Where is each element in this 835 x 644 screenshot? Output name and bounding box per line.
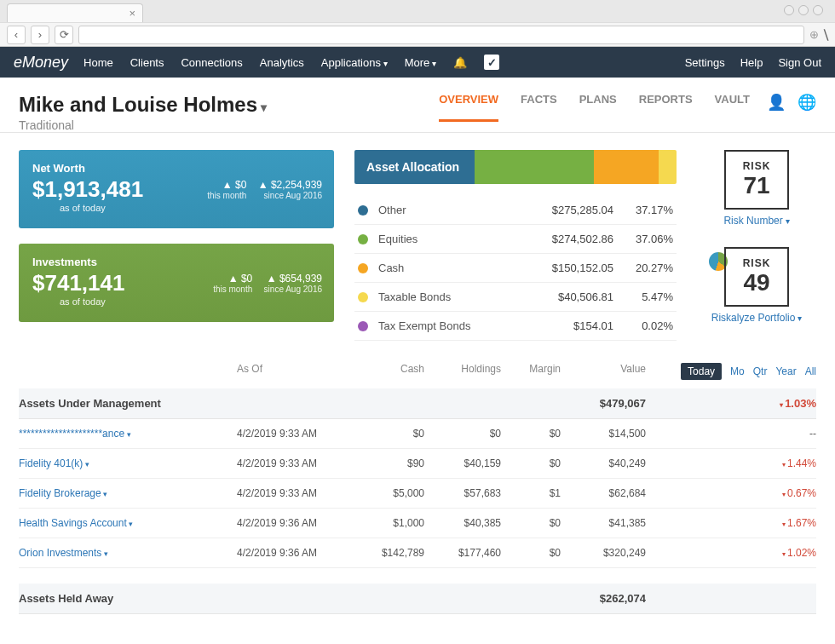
account-link[interactable]: Orion Investments bbox=[19, 547, 108, 559]
extension-icon[interactable]: ⧹ bbox=[824, 28, 828, 42]
nav-connections[interactable]: Connections bbox=[181, 56, 242, 69]
allocation-name: Equities bbox=[378, 233, 520, 245]
allocation-dot-icon bbox=[358, 321, 368, 331]
allocation-pct: 5.47% bbox=[613, 290, 673, 303]
investments-card[interactable]: Investments $741,141 as of today ▲ $0thi… bbox=[19, 244, 334, 322]
investments-delta-month: ▲ $0 bbox=[228, 273, 253, 285]
client-subtitle: Traditional bbox=[19, 118, 439, 132]
nav-applications[interactable]: Applications bbox=[321, 56, 388, 69]
forward-button[interactable]: › bbox=[31, 26, 49, 44]
checkbox-icon[interactable]: ✓ bbox=[484, 55, 499, 70]
allocation-name: Cash bbox=[378, 262, 520, 274]
col-margin: Margin bbox=[501, 363, 561, 383]
account-link[interactable]: Fidelity Brokerage bbox=[19, 487, 107, 499]
period-year[interactable]: Year bbox=[775, 365, 796, 377]
allocation-pct: 0.02% bbox=[613, 319, 673, 332]
allocation-bar: Asset Allocation bbox=[354, 150, 677, 184]
period-all[interactable]: All bbox=[805, 365, 816, 377]
allocation-row: Tax Exempt Bonds$154.010.02% bbox=[354, 312, 677, 341]
riskalyze-value: 49 bbox=[743, 269, 769, 296]
account-link[interactable]: *********************ance bbox=[19, 428, 131, 440]
client-name-dropdown[interactable]: Mike and Louise Holmes bbox=[19, 93, 439, 117]
risk-number-link[interactable]: Risk Number bbox=[723, 215, 789, 227]
allocation-dot-icon bbox=[358, 292, 368, 302]
risk-number-value: 71 bbox=[743, 172, 769, 199]
networth-card[interactable]: Net Worth $1,913,481 as of today ▲ $0thi… bbox=[19, 150, 334, 228]
nav-signout[interactable]: Sign Out bbox=[778, 56, 821, 69]
tab-overview[interactable]: OVERVIEW bbox=[439, 93, 498, 122]
networth-delta-since: ▲ $2,254,939 bbox=[258, 179, 322, 191]
networth-asof: as of today bbox=[60, 203, 320, 213]
close-tab-icon[interactable]: × bbox=[129, 7, 135, 20]
allocation-row: Equities$274,502.8637.06% bbox=[354, 225, 677, 254]
allocation-dot-icon bbox=[358, 263, 368, 273]
nav-settings[interactable]: Settings bbox=[685, 56, 725, 69]
allocation-value: $150,152.05 bbox=[520, 262, 613, 274]
reload-button[interactable]: ⟳ bbox=[55, 26, 73, 44]
allocation-value: $154.01 bbox=[520, 319, 613, 332]
nav-clients[interactable]: Clients bbox=[130, 56, 164, 69]
aum-label: Assets Under Management bbox=[19, 397, 237, 410]
browser-tab[interactable]: × bbox=[7, 3, 143, 22]
allocation-row: Cash$150,152.0520.27% bbox=[354, 254, 677, 283]
allocation-row: Other$275,285.0437.17% bbox=[354, 196, 677, 225]
risk-number-box[interactable]: RISK 71 bbox=[724, 150, 789, 210]
nav-home[interactable]: Home bbox=[84, 56, 113, 69]
allocation-value: $40,506.81 bbox=[520, 290, 613, 303]
nav-more[interactable]: More bbox=[405, 56, 436, 69]
account-link[interactable]: Fidelity 401(k) bbox=[19, 457, 89, 469]
globe-icon[interactable]: 🌐 bbox=[798, 93, 816, 112]
col-asof: As Of bbox=[237, 363, 356, 383]
tab-vault[interactable]: VAULT bbox=[715, 93, 750, 119]
period-qtr[interactable]: Qtr bbox=[753, 365, 768, 377]
away-label: Assets Held Away bbox=[19, 592, 237, 605]
allocation-pct: 20.27% bbox=[613, 262, 673, 274]
nav-analytics[interactable]: Analytics bbox=[260, 56, 304, 69]
address-bar[interactable] bbox=[78, 26, 804, 44]
table-row: *********************ance4/2/2019 9:33 A… bbox=[19, 419, 816, 449]
nav-help[interactable]: Help bbox=[740, 56, 763, 69]
tab-plans[interactable]: PLANS bbox=[579, 93, 617, 119]
allocation-pct: 37.17% bbox=[613, 204, 673, 216]
tab-facts[interactable]: FACTS bbox=[521, 93, 557, 119]
tab-reports[interactable]: REPORTS bbox=[639, 93, 693, 119]
col-value: Value bbox=[561, 363, 646, 383]
investments-asof: as of today bbox=[60, 296, 320, 307]
aum-value: $479,067 bbox=[561, 397, 646, 410]
allocation-name: Other bbox=[378, 204, 520, 216]
table-row: Fidelity Brokerage4/2/2019 9:33 AM$5,000… bbox=[19, 479, 816, 509]
allocation-name: Tax Exempt Bonds bbox=[378, 319, 520, 332]
aum-change: 1.03% bbox=[646, 397, 816, 410]
top-nav: eMoney Home Clients Connections Analytic… bbox=[0, 47, 835, 78]
bell-icon[interactable]: 🔔 bbox=[453, 56, 467, 69]
allocation-name: Taxable Bonds bbox=[378, 290, 520, 303]
investments-title: Investments bbox=[32, 256, 320, 268]
allocation-title: Asset Allocation bbox=[366, 160, 459, 174]
investments-delta-since: ▲ $654,939 bbox=[267, 273, 322, 285]
period-today[interactable]: Today bbox=[681, 363, 722, 380]
logo: eMoney bbox=[14, 54, 68, 72]
networth-delta-month: ▲ $0 bbox=[222, 179, 247, 191]
allocation-dot-icon bbox=[358, 205, 368, 216]
table-row: Orion Investments4/2/2019 9:36 AM$142,78… bbox=[19, 538, 816, 568]
period-mo[interactable]: Mo bbox=[730, 365, 745, 377]
allocation-dot-icon bbox=[358, 234, 368, 244]
allocation-pct: 37.06% bbox=[613, 233, 673, 245]
account-link[interactable]: Health Savings Account bbox=[19, 517, 133, 529]
back-button[interactable]: ‹ bbox=[7, 26, 26, 44]
away-value: $262,074 bbox=[561, 592, 646, 605]
allocation-value: $274,502.86 bbox=[520, 233, 613, 245]
col-cash: Cash bbox=[356, 363, 424, 383]
table-row: Fidelity 401(k)4/2/2019 9:33 AM$90$40,15… bbox=[19, 449, 816, 479]
riskalyze-box[interactable]: RISK 49 bbox=[724, 247, 789, 307]
allocation-row: Taxable Bonds$40,506.815.47% bbox=[354, 283, 677, 312]
riskalyze-link[interactable]: Riskalyze Portfolio bbox=[711, 312, 802, 324]
globe-icon: ⊕ bbox=[809, 28, 819, 41]
allocation-value: $275,285.04 bbox=[520, 204, 613, 216]
table-row: Health Savings Account4/2/2019 9:36 AM$1… bbox=[19, 509, 816, 538]
col-holdings: Holdings bbox=[424, 363, 501, 383]
user-icon[interactable]: 👤 bbox=[767, 93, 786, 112]
networth-title: Net Worth bbox=[32, 162, 320, 175]
